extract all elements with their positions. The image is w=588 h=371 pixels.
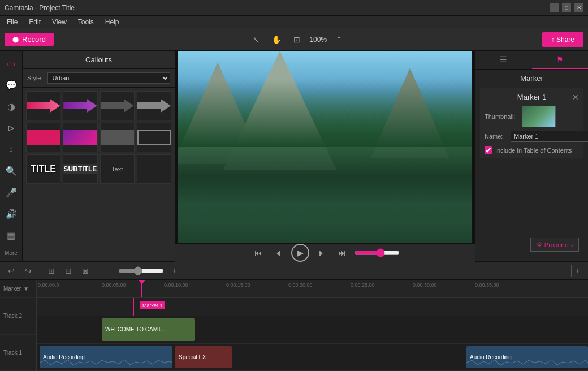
undo-button[interactable]: ↩ bbox=[5, 264, 18, 278]
track-1-label: Track 1 bbox=[0, 335, 36, 372]
marker-track-chevron[interactable]: ▼ bbox=[23, 286, 29, 292]
step-fwd-button[interactable]: ⏵ bbox=[314, 245, 330, 261]
time-label-0: 0:00:00.0 bbox=[38, 282, 59, 288]
clip-welcome-text[interactable]: WELCOME TO CAMT... bbox=[102, 318, 195, 341]
sidebar-icon-transitions[interactable]: ⊳ bbox=[1, 118, 21, 138]
callouts-grid: TITLE SUBTITLE Text bbox=[23, 88, 175, 187]
timeline-tracks: Marker ▼ Track 2 Track 1 0:00:00.0 0:00:… bbox=[0, 280, 588, 371]
callout-rect-gray[interactable] bbox=[100, 123, 135, 152]
track-1-row: Audio Recording Special FX Audio Recordi… bbox=[37, 344, 588, 372]
zoom-display: 100% bbox=[309, 36, 327, 44]
sidebar-more-label[interactable]: More bbox=[5, 250, 18, 256]
clip-audio-recording-2[interactable]: Audio Recording bbox=[466, 346, 588, 369]
callout-arrow-gray[interactable] bbox=[100, 91, 135, 120]
sidebar-icon-zoom[interactable]: 🔍 bbox=[1, 161, 21, 181]
sidebar-icon-cursor[interactable]: ↕ bbox=[1, 139, 21, 159]
close-marker-button[interactable]: ✕ bbox=[572, 93, 579, 102]
zoom-dropdown-icon[interactable]: ⌃ bbox=[331, 32, 347, 48]
callout-arrow-lgray[interactable] bbox=[137, 91, 171, 120]
window-controls: — □ ✕ bbox=[550, 3, 583, 12]
toolbar-center: ↖ ✋ ⊡ 100% ⌃ bbox=[248, 32, 347, 48]
preview-area: ⏮ ⏴ ▶ ⏵ ⏭ bbox=[175, 51, 475, 261]
name-label: Name: bbox=[485, 133, 507, 140]
toc-checkbox[interactable] bbox=[485, 146, 492, 154]
sidebar-icon-audio[interactable]: 🎤 bbox=[1, 182, 21, 202]
zoom-in-button[interactable]: + bbox=[167, 264, 181, 278]
redo-button[interactable]: ↪ bbox=[21, 264, 35, 278]
thumbnail-row: Thumbnail: bbox=[485, 106, 579, 127]
callout-text-text[interactable]: Text bbox=[100, 154, 135, 184]
marker-name-input[interactable] bbox=[511, 131, 588, 142]
menu-edit[interactable]: Edit bbox=[27, 18, 43, 26]
time-label-30: 0:00:30.00 bbox=[413, 282, 437, 288]
split-button[interactable]: ⊟ bbox=[62, 264, 75, 278]
share-button[interactable]: ↑ Share bbox=[542, 32, 583, 47]
step-back-button[interactable]: ⏴ bbox=[271, 245, 287, 261]
titlebar-title: Camtasia - Project Title bbox=[5, 4, 75, 12]
close-button[interactable]: ✕ bbox=[574, 3, 583, 12]
clip-bin-button[interactable]: ⊞ bbox=[45, 264, 58, 278]
ripple-button[interactable]: ⊠ bbox=[79, 264, 92, 278]
time-ruler: 0:00:00.0 0:00:05.00 0:00:10.00 0:00:15.… bbox=[37, 280, 588, 298]
callout-arrow-pink[interactable] bbox=[26, 91, 60, 120]
marker-tag: Marker 1 bbox=[140, 301, 165, 309]
zoom-slider[interactable] bbox=[119, 266, 164, 275]
volume-slider[interactable] bbox=[354, 248, 400, 257]
minimize-button[interactable]: — bbox=[550, 3, 559, 12]
toolbar-divider-1 bbox=[40, 266, 40, 276]
playhead[interactable] bbox=[141, 280, 142, 297]
menubar: File Edit View Tools Help bbox=[0, 16, 588, 28]
move-tool-icon[interactable]: ✋ bbox=[269, 32, 284, 48]
sidebar-icon-effects[interactable]: ◑ bbox=[1, 96, 21, 117]
flag-icon: ⚑ bbox=[556, 55, 564, 64]
titlebar: Camtasia - Project Title — □ ✕ bbox=[0, 0, 588, 16]
sidebar-icon-annotations[interactable]: 💬 bbox=[1, 75, 21, 95]
style-select[interactable]: Urban Classic Modern bbox=[47, 72, 170, 84]
forest-overlay bbox=[178, 79, 472, 147]
thumbnail-label: Thumbnail: bbox=[485, 113, 518, 120]
select-tool-icon[interactable]: ↖ bbox=[248, 32, 264, 48]
track-content: 0:00:00.0 0:00:05.00 0:00:10.00 0:00:15.… bbox=[37, 280, 588, 371]
marker-line bbox=[133, 298, 134, 316]
time-label-25: 0:00:25.00 bbox=[351, 282, 375, 288]
crop-tool-icon[interactable]: ⊡ bbox=[289, 32, 305, 48]
menu-file[interactable]: File bbox=[5, 18, 20, 26]
time-label-20: 0:00:20.00 bbox=[288, 282, 313, 288]
play-button[interactable]: ▶ bbox=[291, 244, 309, 262]
clip-audio-recording-1[interactable]: Audio Recording bbox=[40, 346, 172, 369]
marker-card-name: Marker 1 bbox=[485, 93, 579, 101]
add-track-button[interactable]: + bbox=[571, 265, 583, 277]
callout-rect-pink[interactable] bbox=[26, 123, 60, 152]
callout-text-subtitle[interactable]: SUBTITLE bbox=[63, 154, 97, 184]
marker-track-name: Marker bbox=[3, 286, 21, 292]
menu-help[interactable]: Help bbox=[103, 18, 122, 26]
callout-rect-outline[interactable] bbox=[137, 123, 171, 152]
record-button[interactable]: Record bbox=[5, 33, 54, 46]
sidebar-icon-volume[interactable]: 🔊 bbox=[1, 204, 21, 224]
menu-tools[interactable]: Tools bbox=[76, 18, 96, 26]
callout-text-title[interactable]: TITLE bbox=[26, 154, 60, 184]
restore-button[interactable]: □ bbox=[562, 3, 571, 12]
tab-marker[interactable]: ⚑ bbox=[532, 51, 589, 69]
marker-track-label: Marker ▼ bbox=[0, 280, 36, 298]
timeline: ↩ ↪ ⊞ ⊟ ⊠ − + + Marker ▼ Track 2 Track 1 bbox=[0, 261, 588, 371]
share-icon: ↑ bbox=[551, 36, 555, 44]
zoom-out-button[interactable]: − bbox=[102, 264, 115, 278]
clip-special-fx[interactable]: Special FX bbox=[175, 346, 232, 369]
track-2-label: Track 2 bbox=[0, 298, 36, 335]
tab-list[interactable]: ☰ bbox=[475, 51, 532, 69]
time-labels-container: 0:00:00.0 0:00:05.00 0:00:10.00 0:00:15.… bbox=[37, 280, 588, 297]
callout-arrow-purple[interactable] bbox=[63, 91, 97, 120]
sidebar-icon-captions[interactable]: ▤ bbox=[1, 225, 21, 245]
skip-back-button[interactable]: ⏮ bbox=[250, 245, 266, 261]
marker-panel: Marker ✕ Marker 1 Thumbnail: Name: Inclu… bbox=[475, 70, 588, 163]
properties-button[interactable]: ⚙ Properties bbox=[530, 238, 579, 252]
callout-rect-grad[interactable] bbox=[63, 123, 97, 152]
main-toolbar: Record ↖ ✋ ⊡ 100% ⌃ ↑ Share bbox=[0, 28, 588, 51]
menu-view[interactable]: View bbox=[50, 18, 69, 26]
skip-fwd-button[interactable]: ⏭ bbox=[334, 245, 350, 261]
preview-canvas bbox=[175, 51, 475, 243]
toc-row: Include in Table of Contents bbox=[485, 146, 579, 154]
time-label-15: 0:00:15.00 bbox=[226, 282, 250, 288]
sidebar-icon-callouts[interactable]: ▭ bbox=[1, 53, 21, 74]
